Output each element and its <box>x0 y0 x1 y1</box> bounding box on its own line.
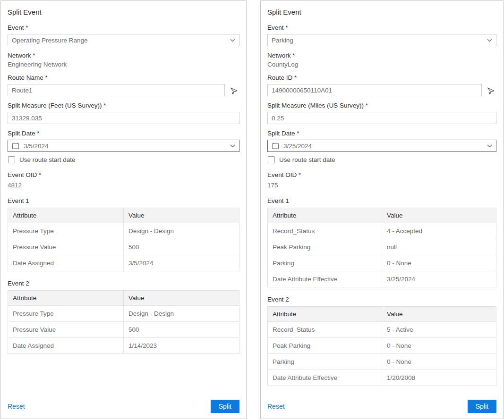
value-cell: 3/5/2024 <box>124 255 239 271</box>
attribute-cell: Peak Parking <box>268 239 382 255</box>
measure-label: Split Measure (Feet (US Survey)) * <box>8 102 239 109</box>
split-button[interactable]: Split <box>211 400 239 413</box>
split-button[interactable]: Split <box>468 400 496 413</box>
split-event-panel-right: Split Event Event * Parking Network * Co… <box>260 0 504 419</box>
value-cell: 1/20/2008 <box>382 370 496 386</box>
value-cell: 3/25/2024 <box>382 271 496 287</box>
date-picker[interactable]: 3/25/2024 <box>267 140 496 152</box>
value-cell: 0 - None <box>382 338 496 354</box>
value-column-header: Value <box>124 291 239 306</box>
event-oid-field: Event OID * 4812 <box>8 171 239 189</box>
route-field: Route ID * <box>267 74 496 96</box>
measure-input[interactable] <box>8 112 239 124</box>
table-header-row: Attribute Value <box>268 307 496 322</box>
date-label: Split Date * <box>8 130 239 137</box>
use-route-start-date-checkbox[interactable] <box>268 156 275 163</box>
network-label: Network * <box>8 52 239 59</box>
table-header-row: Attribute Value <box>8 208 239 223</box>
measure-field: Split Measure (Miles (US Survey)) * <box>267 102 496 124</box>
measure-field: Split Measure (Feet (US Survey)) * <box>8 102 239 124</box>
route-label: Route ID * <box>267 74 496 81</box>
event-field: Event * Operating Pressure Range <box>8 24 239 46</box>
event1-table: Attribute Value Pressure Type Design - D… <box>8 208 239 271</box>
network-label: Network * <box>267 52 496 59</box>
table-row: Pressure Type Design - Design <box>8 306 239 322</box>
chevron-down-icon <box>230 144 235 148</box>
route-input[interactable] <box>8 84 225 96</box>
chevron-down-icon <box>487 144 492 148</box>
table-row: Pressure Value 500 <box>8 239 239 255</box>
attribute-cell: Date Assigned <box>8 338 124 354</box>
attribute-cell: Pressure Value <box>8 239 124 255</box>
calendar-icon <box>12 142 19 150</box>
event-label: Event * <box>267 24 496 31</box>
attribute-cell: Parking <box>268 255 382 271</box>
value-cell: 0 - None <box>382 255 496 271</box>
reset-link[interactable]: Reset <box>8 403 25 410</box>
select-location-button[interactable] <box>485 84 496 96</box>
table-row: Date Attribute Effective 3/25/2024 <box>268 271 496 287</box>
measure-label: Split Measure (Miles (US Survey)) * <box>267 102 496 109</box>
attribute-column-header: Attribute <box>8 291 124 306</box>
split-event-page: Split Event Event * Operating Pressure R… <box>0 0 504 420</box>
table-header-row: Attribute Value <box>8 291 239 306</box>
date-label: Split Date * <box>267 130 496 137</box>
table-row: Peak Parking 0 - None <box>268 338 496 354</box>
event-select-value: Parking <box>272 37 293 44</box>
attribute-cell: Date Attribute Effective <box>268 370 382 386</box>
attribute-column-header: Attribute <box>268 208 382 223</box>
table-row: Parking 0 - None <box>268 255 496 271</box>
panel-footer: Reset Split <box>267 400 496 413</box>
measure-input[interactable] <box>267 112 496 124</box>
value-column-header: Value <box>124 208 239 223</box>
use-route-start-date-checkbox[interactable] <box>8 156 15 163</box>
value-cell: 5 - Active <box>382 322 496 338</box>
table-row: Record_Status 4 - Accepted <box>268 223 496 239</box>
event2-table: Attribute Value Record_Status 5 - Active… <box>267 306 496 386</box>
event1-table: Attribute Value Record_Status 4 - Accept… <box>267 208 496 287</box>
value-cell: Design - Design <box>124 306 239 322</box>
attribute-cell: Record_Status <box>268 223 382 239</box>
value-cell: 500 <box>124 322 239 338</box>
attribute-cell: Pressure Value <box>8 322 124 338</box>
route-input[interactable] <box>267 84 482 96</box>
event-select[interactable]: Operating Pressure Range <box>8 34 239 46</box>
attribute-cell: Peak Parking <box>268 338 382 354</box>
network-field: Network * Engineering Network <box>8 52 239 68</box>
network-field: Network * CountyLog <box>267 52 496 68</box>
use-route-start-date-label: Use route start date <box>19 156 76 163</box>
table-row: Record_Status 5 - Active <box>268 322 496 338</box>
network-value: CountyLog <box>267 61 496 68</box>
chevron-down-icon <box>487 39 492 42</box>
cursor-arrow-icon <box>487 86 495 95</box>
attribute-column-header: Attribute <box>268 307 382 322</box>
panel-title: Split Event <box>8 8 239 16</box>
value-cell: 0 - None <box>382 354 496 370</box>
attribute-cell: Pressure Type <box>8 223 124 239</box>
event-label: Event * <box>8 24 239 31</box>
date-value: 3/5/2024 <box>24 143 49 150</box>
event1-section-title: Event 1 <box>267 197 496 204</box>
value-cell: null <box>382 239 496 255</box>
value-cell: 1/14/2023 <box>124 338 239 354</box>
route-label: Route Name * <box>8 74 239 81</box>
date-picker[interactable]: 3/5/2024 <box>8 140 239 152</box>
event1-section-title: Event 1 <box>8 197 239 204</box>
table-row: Parking 0 - None <box>268 354 496 370</box>
date-field: Split Date * 3/25/2024 <box>267 130 496 152</box>
cursor-arrow-icon <box>230 86 239 95</box>
use-route-start-date-row: Use route start date <box>8 156 239 163</box>
reset-link[interactable]: Reset <box>267 403 285 410</box>
event2-section-title: Event 2 <box>267 296 496 303</box>
attribute-cell: Date Attribute Effective <box>268 271 382 287</box>
event2-section-title: Event 2 <box>8 280 239 287</box>
table-row: Peak Parking null <box>268 239 496 255</box>
event-select-value: Operating Pressure Range <box>12 37 88 44</box>
table-row: Date Attribute Effective 1/20/2008 <box>268 370 496 386</box>
event2-table: Attribute Value Pressure Type Design - D… <box>8 290 239 354</box>
table-row: Pressure Type Design - Design <box>8 223 239 239</box>
select-location-button[interactable] <box>228 84 239 96</box>
event-select[interactable]: Parking <box>267 34 496 46</box>
attribute-cell: Record_Status <box>268 322 382 338</box>
event-oid-label: Event OID * <box>267 171 496 178</box>
